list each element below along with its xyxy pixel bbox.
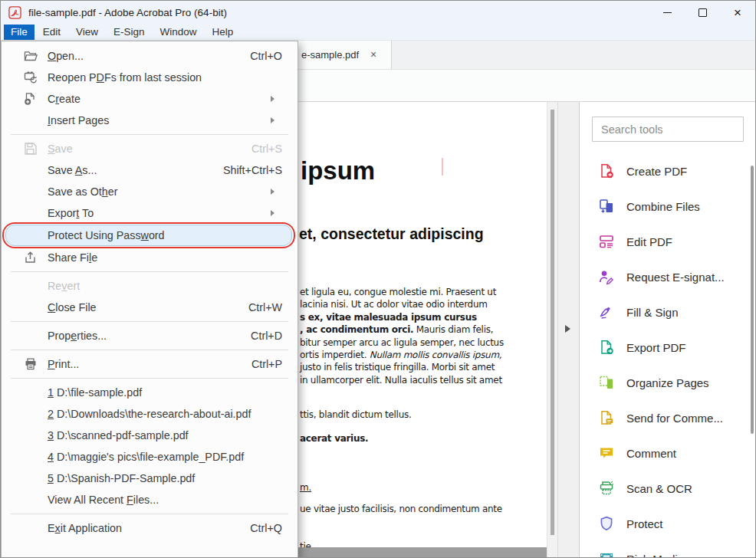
menu-item-label: Export To xyxy=(48,207,94,219)
menu-item-open[interactable]: Open...Ctrl+O xyxy=(2,45,297,67)
tool-item-label: Protect xyxy=(626,517,663,530)
tab-close-icon[interactable]: × xyxy=(366,47,381,62)
acrobat-window: file-sample.pdf - Adobe Acrobat Pro (64-… xyxy=(0,0,756,558)
menu-item-1-d-file-sample-pdf[interactable]: 1 D:\file-sample.pdf xyxy=(2,382,297,403)
minimize-button[interactable] xyxy=(649,1,685,24)
document-body-text: et ligula eu, congue molestie mi. Praese… xyxy=(300,286,530,547)
menu-item-insert-pages[interactable]: Insert Pages xyxy=(2,110,297,131)
menu-item-label: Close File xyxy=(48,301,97,313)
rich-media-icon xyxy=(598,550,615,558)
menu-item-share-file[interactable]: Share File xyxy=(2,247,297,268)
panel-expand-icon[interactable] xyxy=(565,325,570,333)
menu-item-label: 5 D:\Spanish-PDF-Sample.pdf xyxy=(48,472,195,484)
menu-item-label: 3 D:\scanned-pdf-sample.pdf xyxy=(48,429,189,441)
tool-item-combine-files[interactable]: Combine Files xyxy=(580,189,756,224)
file-menu-panel: Open...Ctrl+OReopen PDFs from last sessi… xyxy=(1,41,298,558)
menu-item-create[interactable]: Create xyxy=(2,88,297,110)
menu-item-exit-application[interactable]: Exit ApplicationCtrl+Q xyxy=(2,517,297,539)
document-text-line: justo in felis tristique fringilla. Morb… xyxy=(300,361,530,373)
menu-item-5-d-spanish-pdf-sample-pdf[interactable]: 5 D:\Spanish-PDF-Sample.pdf xyxy=(2,468,297,489)
tools-panel-scrollbar[interactable] xyxy=(751,166,754,434)
menu-item-label: Open... xyxy=(48,50,84,62)
document-text-line: lacinia nisi. Ut ac dolor vitae odio int… xyxy=(300,298,530,310)
organize-pages-icon xyxy=(598,374,615,391)
submenu-arrow-icon xyxy=(271,189,274,195)
submenu-arrow-icon xyxy=(271,117,274,123)
menu-item-reopen-pdfs-from-last-session[interactable]: Reopen PDFs from last session xyxy=(2,67,297,88)
menu-separator xyxy=(11,378,288,379)
maximize-button[interactable] xyxy=(685,1,720,24)
document-heading: ipsum xyxy=(301,156,375,185)
reopen-session-icon xyxy=(23,70,38,85)
share-file-icon xyxy=(23,250,38,265)
menu-separator xyxy=(11,321,288,322)
menu-item-save[interactable]: SaveCtrl+S xyxy=(2,138,297,159)
menu-item-2-d-downloads-the-research-about-ai-pdf[interactable]: 2 D:\Downloads\the-research-about-ai.pdf xyxy=(2,403,297,425)
search-tools-input[interactable] xyxy=(592,117,744,142)
document-subheading: et, consectetur adipiscing xyxy=(299,225,484,243)
scrollbar-thumb[interactable] xyxy=(551,110,554,535)
tool-item-rich-media[interactable]: Rich Media xyxy=(580,541,756,558)
document-scrollbar[interactable] xyxy=(547,102,557,558)
cursor-mark xyxy=(442,158,443,176)
tool-item-edit-pdf[interactable]: Edit PDF xyxy=(580,224,756,259)
maximize-icon xyxy=(698,8,707,17)
menu-separator xyxy=(11,134,288,135)
tools-list: Create PDFCombine FilesEdit PDFRequest E… xyxy=(580,153,756,558)
menu-item-print[interactable]: Print...Ctrl+P xyxy=(2,353,297,375)
minimize-icon xyxy=(663,12,672,13)
menu-item-view-all-recent-files[interactable]: View All Recent Files... xyxy=(2,489,297,510)
tool-item-label: Request E-signat... xyxy=(626,271,725,284)
menu-item-shortcut: Ctrl+W xyxy=(248,301,282,313)
tool-item-export-pdf[interactable]: Export PDF xyxy=(580,330,756,365)
send-comments-icon xyxy=(598,409,615,426)
menubar-item-file[interactable]: File xyxy=(4,25,35,40)
menu-item-label: Save as Other xyxy=(48,185,117,198)
document-area: ipsum et, consectetur adipiscing et ligu… xyxy=(298,102,557,558)
protect-icon xyxy=(598,515,615,532)
menubar-item-help[interactable]: Help xyxy=(205,25,241,40)
menu-item-label: Revert xyxy=(48,280,80,292)
combine-files-icon xyxy=(598,198,615,215)
tool-item-label: Send for Comme... xyxy=(626,412,723,425)
menu-item-4-d-maggie-s-pics-file-example-pdf-pdf[interactable]: 4 D:\maggie's pics\file-example_PDF.pdf xyxy=(2,446,297,468)
menu-item-label: 2 D:\Downloads\the-research-about-ai.pdf xyxy=(48,408,251,420)
close-button[interactable]: × xyxy=(720,1,755,24)
tool-item-scan-ocr[interactable]: Scan & OCR xyxy=(580,471,756,506)
fill-sign-icon xyxy=(598,304,615,320)
menu-item-save-as-other[interactable]: Save as Other xyxy=(2,181,297,202)
panel-collapse-strip xyxy=(557,102,579,558)
tool-item-protect[interactable]: Protect xyxy=(580,506,756,541)
tool-item-fill-sign[interactable]: Fill & Sign xyxy=(580,294,756,330)
tool-item-request-e-signat[interactable]: Request E-signat... xyxy=(580,259,756,294)
menu-item-label: Create xyxy=(48,93,81,105)
menu-item-close-file[interactable]: Close FileCtrl+W xyxy=(2,297,297,318)
menu-item-3-d-scanned-pdf-sample-pdf[interactable]: 3 D:\scanned-pdf-sample.pdf xyxy=(2,425,297,446)
menu-item-protect-using-password[interactable]: Protect Using Password xyxy=(2,224,297,247)
menu-bar: FileEditViewE-SignWindowHelp xyxy=(1,24,755,41)
tool-item-create-pdf[interactable]: Create PDF xyxy=(580,153,756,189)
menu-item-label: Reopen PDFs from last session xyxy=(48,71,202,84)
menubar-item-view[interactable]: View xyxy=(69,25,105,40)
menu-item-export-to[interactable]: Export To xyxy=(2,202,297,224)
menu-item-properties[interactable]: Properties...Ctrl+D xyxy=(2,325,297,346)
menubar-item-edit[interactable]: Edit xyxy=(36,25,67,40)
menu-separator xyxy=(11,514,288,514)
menu-item-save-as[interactable]: Save As...Shift+Ctrl+S xyxy=(2,159,297,181)
create-pdf-icon xyxy=(598,162,615,179)
tool-item-organize-pages[interactable]: Organize Pages xyxy=(580,365,756,400)
tool-item-comment[interactable]: Comment xyxy=(580,435,756,471)
submenu-arrow-icon xyxy=(271,210,274,216)
create-icon xyxy=(23,91,38,107)
menu-item-label: Protect Using Password xyxy=(48,229,165,241)
menu-item-shortcut: Ctrl+Q xyxy=(250,522,282,534)
document-text-line: et ligula eu, congue molestie mi. Praese… xyxy=(300,286,530,298)
tool-item-send-for-comme[interactable]: Send for Comme... xyxy=(580,400,756,435)
window-controls: × xyxy=(649,1,755,24)
menubar-item-e-sign[interactable]: E-Sign xyxy=(107,25,152,40)
tool-item-label: Edit PDF xyxy=(626,235,672,248)
print-icon xyxy=(23,356,38,372)
menubar-item-window[interactable]: Window xyxy=(153,25,204,40)
document-text-line: s ex, vitae malesuada ipsum cursus xyxy=(300,311,530,323)
menu-item-revert[interactable]: Revert xyxy=(2,275,297,297)
